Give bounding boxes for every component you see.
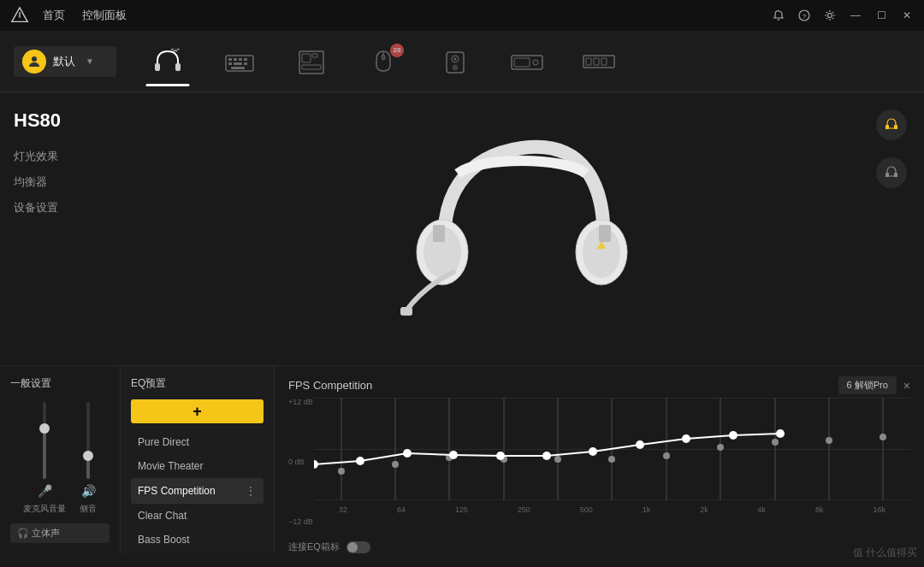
eq-band-1[interactable] [314, 398, 368, 500]
bell-icon[interactable] [772, 9, 785, 22]
eq-presets-panel: EQ预置 + Pure Direct Movie Theater FPS Com… [120, 366, 274, 553]
sidebar-item-device-settings[interactable]: 设备设置 [14, 200, 106, 216]
side-icons [876, 109, 907, 188]
eq-band-2[interactable] [368, 398, 422, 500]
preset-item-fps-competition[interactable]: FPS Competition ⋮ [131, 478, 264, 504]
device-icon-keyboard[interactable] [212, 44, 267, 80]
eq-sliders-area [314, 398, 910, 500]
eq-band-5[interactable] [530, 398, 584, 500]
device-icon-speaker[interactable] [428, 44, 483, 80]
svg-rect-30 [514, 58, 530, 67]
eq-band-7[interactable] [639, 398, 693, 500]
eq-label-bot: −12 dB [288, 517, 314, 526]
unlock-pro-button[interactable]: 6 解锁Pro [838, 376, 897, 394]
mouse-device-icon: 28 [366, 47, 400, 76]
headset-colored-button[interactable] [876, 109, 907, 140]
nav-home[interactable]: 首页 [43, 8, 65, 23]
add-preset-button[interactable]: + [131, 399, 264, 423]
device-bar: 默认 ▼ [0, 31, 924, 92]
preset-item-pure-direct[interactable]: Pure Direct [131, 430, 264, 454]
profile-icon [22, 50, 46, 74]
close-button[interactable]: ✕ [900, 9, 914, 22]
device-icon-capture[interactable] [500, 44, 554, 80]
device-title: HS80 [14, 109, 106, 132]
svg-rect-43 [599, 225, 611, 242]
eq-vis-header: FPS Competition 6 解锁Pro × [288, 376, 910, 394]
eq-band-9[interactable] [748, 398, 802, 500]
question-icon[interactable]: ? [797, 9, 811, 22]
eq-vis-title: FPS Competition [288, 379, 372, 392]
eq-link-knob [347, 542, 358, 552]
freq-label-500: 500 [580, 505, 593, 514]
sidebar-item-equalizer[interactable]: 均衡器 [14, 174, 106, 190]
svg-point-31 [533, 60, 538, 65]
eq-close-button[interactable]: × [903, 379, 910, 393]
sidebar-item-lighting[interactable]: 灯光效果 [14, 149, 106, 164]
svg-point-28 [454, 67, 456, 68]
eq-band-11[interactable] [856, 398, 910, 500]
nav-control-panel[interactable]: 控制面板 [82, 8, 127, 23]
preset-item-movie-theater[interactable]: Movie Theater [131, 454, 264, 478]
title-bar: 首页 控制面板 ? — ☐ ✕ [0, 0, 924, 31]
headset-mono-button[interactable] [876, 157, 907, 188]
sidetone-slider-col: 🔊 侧音 [80, 402, 97, 515]
unknown-device-icon [582, 47, 616, 76]
device-icon-headset[interactable] [140, 44, 195, 80]
stereo-button[interactable]: 🎧 立体声 [10, 523, 110, 543]
device-icon-motherboard[interactable] [284, 44, 339, 80]
eq-band-8[interactable] [694, 398, 748, 500]
mic-icon: 🎤 [38, 484, 52, 498]
chevron-down-icon: ▼ [86, 56, 94, 66]
eq-link-label: 连接EQ箱标 [288, 540, 340, 553]
general-settings-title: 一般设置 [10, 376, 110, 391]
general-settings-panel: 一般设置 🎤 麦克风音量 🔊 侧音 🎧 立体声 [0, 366, 120, 553]
svg-rect-7 [175, 63, 181, 71]
mic-volume-track[interactable] [43, 402, 46, 479]
svg-rect-14 [228, 62, 232, 65]
svg-rect-33 [586, 58, 591, 65]
svg-rect-16 [244, 62, 247, 65]
eq-band-6[interactable] [585, 398, 639, 500]
motherboard-device-icon [294, 47, 329, 76]
watermark: 值 什么值得买 [853, 546, 917, 560]
preset-list: Pure Direct Movie Theater FPS Competitio… [131, 430, 264, 552]
svg-point-4 [828, 14, 832, 18]
device-icon-mouse[interactable]: 28 [356, 44, 411, 80]
headset-preview-image [394, 114, 650, 345]
svg-rect-45 [894, 125, 897, 129]
device-icon-unknown[interactable] [572, 44, 626, 80]
nav-bar: 首页 控制面板 [43, 8, 127, 23]
preset-options-icon[interactable]: ⋮ [245, 484, 257, 498]
eq-band-3[interactable] [423, 398, 477, 500]
svg-rect-12 [239, 58, 242, 61]
preset-item-clear-chat[interactable]: Clear Chat [131, 504, 264, 528]
eq-label-top: +12 dB [288, 398, 314, 406]
minimize-button[interactable]: — [849, 9, 862, 22]
freq-label-64: 64 [397, 505, 406, 514]
device-preview [120, 92, 924, 365]
svg-rect-6 [155, 63, 160, 71]
svg-rect-41 [400, 307, 412, 316]
eq-chart: +12 dB 0 dB −12 dB [288, 398, 910, 526]
speaker-device-icon [438, 47, 472, 76]
maximize-button[interactable]: ☐ [874, 9, 888, 22]
freq-label-8k: 8k [815, 505, 824, 514]
svg-rect-19 [302, 54, 311, 62]
eq-band-10[interactable] [802, 398, 856, 500]
eq-band-4[interactable] [477, 398, 530, 500]
profile-name: 默认 [53, 54, 75, 69]
svg-point-26 [454, 57, 457, 60]
eq-freq-labels: 32 64 125 250 500 1k 2k 4k 8k 16k [314, 505, 910, 514]
svg-rect-20 [312, 54, 317, 57]
sidetone-label: 侧音 [80, 503, 97, 515]
eq-link-toggle[interactable] [346, 541, 370, 553]
gear-icon[interactable] [823, 9, 837, 22]
preset-item-bass-boost[interactable]: Bass Boost [131, 528, 264, 552]
svg-rect-13 [244, 58, 247, 61]
freq-label-1k: 1k [643, 505, 651, 514]
profile-selector[interactable]: 默认 ▼ [14, 46, 116, 77]
freq-label-4k: 4k [758, 505, 767, 514]
sidetone-track[interactable] [86, 402, 90, 479]
svg-point-5 [32, 56, 37, 62]
eq-y-labels: +12 dB 0 dB −12 dB [288, 398, 314, 526]
